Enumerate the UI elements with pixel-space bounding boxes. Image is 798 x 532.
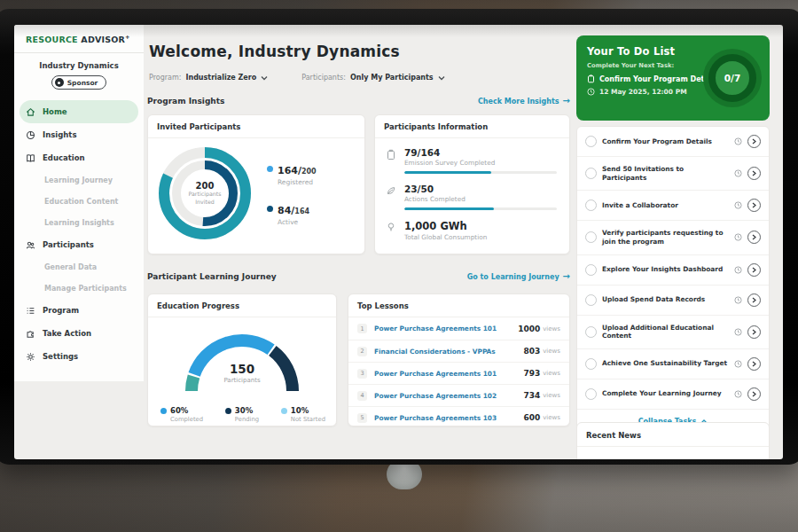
metric-value: 79/164 bbox=[404, 147, 557, 158]
donut-center-label: Invited bbox=[195, 199, 215, 206]
task-label: Invite a Collaborator bbox=[602, 201, 729, 210]
legend-pct: 10% bbox=[291, 406, 309, 415]
leaf-icon bbox=[386, 185, 396, 196]
sidebar-item-general-data[interactable]: General Data bbox=[14, 256, 144, 278]
sidebar-item-learning-journey[interactable]: Learning Journey bbox=[14, 169, 144, 191]
task-chevron-button[interactable] bbox=[747, 293, 761, 307]
task-checkbox[interactable] bbox=[585, 358, 597, 370]
todo-item[interactable]: Upload Additional Educational Content bbox=[577, 316, 769, 349]
sidebar-item-education-content[interactable]: Education Content bbox=[14, 191, 144, 212]
task-checkbox[interactable] bbox=[585, 294, 597, 306]
todo-item[interactable]: Complete Your Learning Journey bbox=[577, 379, 769, 410]
task-chevron-button[interactable] bbox=[747, 263, 761, 277]
legend-value: 164/ bbox=[278, 165, 301, 176]
gauge-legend-pending: 30% Pending bbox=[225, 406, 259, 423]
todo-item[interactable]: Verify participants requesting to join t… bbox=[577, 221, 769, 254]
task-checkbox[interactable] bbox=[585, 326, 597, 338]
todo-item[interactable]: Send 50 Invitations to Participants bbox=[577, 157, 769, 191]
lesson-link[interactable]: Power Purchase Agreements 103 bbox=[374, 414, 523, 422]
metric-value: 23/50 bbox=[404, 184, 557, 194]
sidebar-item-label: Education bbox=[43, 153, 85, 162]
lesson-rank: 5 bbox=[357, 413, 367, 423]
program-filter-dropdown[interactable]: Program: Industrialize Zero bbox=[149, 74, 268, 82]
todo-item[interactable]: Invite a Collaborator bbox=[577, 191, 769, 221]
task-chevron-button[interactable] bbox=[747, 199, 761, 212]
lesson-row[interactable]: 2 Financial Considerations - VPPAs 803 v… bbox=[348, 340, 569, 362]
todo-progress-ring: 0/7 bbox=[703, 49, 762, 107]
program-icon bbox=[26, 306, 35, 316]
task-clock-icon bbox=[734, 137, 742, 145]
logo-secondary: ADVISOR bbox=[81, 35, 125, 44]
task-chevron-button[interactable] bbox=[747, 387, 761, 401]
todo-item[interactable]: Achieve One Sustainability Target bbox=[577, 349, 769, 379]
legend-dot bbox=[281, 408, 287, 414]
learning-journey-title: Participant Learning Journey bbox=[147, 272, 277, 281]
todo-item[interactable]: Explore Your Insights Dashboard bbox=[577, 255, 769, 286]
sidebar-item-participants[interactable]: Participants bbox=[14, 233, 144, 256]
sidebar-item-settings[interactable]: Settings bbox=[14, 345, 144, 368]
lesson-row[interactable]: 5 Power Purchase Agreements 103 600 view… bbox=[348, 406, 569, 426]
lesson-views: 803 bbox=[523, 347, 540, 356]
legend-dot bbox=[267, 166, 273, 172]
global-consumption-row: 1,000 GWh Total Global Consumption bbox=[386, 220, 557, 241]
sidebar-item-education[interactable]: Education bbox=[14, 146, 144, 169]
metric-label: Emission Survey Completed bbox=[404, 159, 557, 167]
participants-filter-dropdown[interactable]: Participants: Only My Participants bbox=[301, 74, 444, 82]
participants-icon bbox=[26, 240, 35, 250]
emission-survey-row: 79/164 Emission Survey Completed bbox=[386, 147, 557, 174]
sidebar-item-take-action[interactable]: Take Action bbox=[14, 322, 144, 345]
go-to-learning-journey-link[interactable]: Go to Learning Journey → bbox=[467, 272, 570, 281]
lesson-rank: 3 bbox=[357, 369, 367, 379]
legend-pct: 60% bbox=[170, 406, 188, 415]
legend-label: Not Started bbox=[291, 416, 325, 423]
lesson-row[interactable]: 1 Power Purchase Agreements 101 1000 vie… bbox=[348, 317, 569, 340]
program-insights-title: Program Insights bbox=[147, 97, 224, 106]
sidebar-item-learning-insights[interactable]: Learning Insights bbox=[14, 212, 144, 233]
task-chevron-button[interactable] bbox=[747, 135, 761, 148]
sidebar-item-label: Learning Journey bbox=[44, 176, 113, 184]
task-checkbox[interactable] bbox=[585, 231, 597, 243]
legend-label: Registered bbox=[278, 178, 317, 186]
task-checkbox[interactable] bbox=[585, 200, 597, 211]
sidebar-item-label: Learning Insights bbox=[44, 219, 114, 227]
sidebar-item-manage-participants[interactable]: Manage Participants bbox=[14, 278, 144, 299]
legend-dot bbox=[267, 206, 273, 212]
legend-label: Pending bbox=[235, 416, 259, 423]
gauge-center-value: 150 bbox=[176, 362, 309, 376]
invited-participants-card: Invited Participants 200 Participants In… bbox=[147, 114, 365, 254]
education-gauge-chart: 150 Participants bbox=[176, 323, 309, 399]
todo-item[interactable]: Upload Spend Data Records bbox=[577, 286, 769, 316]
chevron-right-icon bbox=[752, 297, 756, 303]
lesson-row[interactable]: 4 Power Purchase Agreements 102 734 view… bbox=[348, 384, 569, 406]
lesson-link[interactable]: Power Purchase Agreements 101 bbox=[374, 370, 523, 378]
views-word: views bbox=[543, 392, 560, 399]
todo-item[interactable]: Confirm Your Program Details bbox=[577, 127, 769, 157]
task-checkbox[interactable] bbox=[585, 388, 597, 400]
lesson-link[interactable]: Financial Considerations - VPPAs bbox=[374, 348, 523, 356]
sponsor-badge[interactable]: Sponsor bbox=[51, 75, 107, 90]
lesson-link[interactable]: Power Purchase Agreements 101 bbox=[374, 325, 518, 332]
task-checkbox[interactable] bbox=[585, 168, 597, 179]
lesson-link[interactable]: Power Purchase Agreements 102 bbox=[374, 392, 523, 400]
sidebar-item-program[interactable]: Program bbox=[14, 299, 144, 322]
task-chevron-button[interactable] bbox=[747, 357, 761, 371]
task-label: Verify participants requesting to join t… bbox=[602, 229, 729, 246]
views-word: views bbox=[543, 370, 560, 377]
progress-track bbox=[404, 207, 557, 210]
sidebar-item-insights[interactable]: Insights bbox=[14, 123, 144, 146]
task-checkbox[interactable] bbox=[585, 264, 597, 276]
task-clock-icon bbox=[734, 360, 742, 368]
task-checkbox[interactable] bbox=[585, 136, 597, 147]
clipboard-icon bbox=[386, 149, 396, 160]
sidebar-item-label: Manage Participants bbox=[44, 285, 127, 293]
home-icon bbox=[26, 107, 35, 117]
task-clock-icon bbox=[734, 201, 742, 209]
sidebar-item-home[interactable]: Home bbox=[20, 100, 138, 123]
task-chevron-button[interactable] bbox=[747, 231, 761, 244]
lesson-row[interactable]: 3 Power Purchase Agreements 101 793 view… bbox=[348, 362, 569, 384]
task-chevron-button[interactable] bbox=[747, 167, 761, 180]
lightbulb-icon bbox=[386, 222, 396, 233]
check-more-insights-link[interactable]: Check More Insights → bbox=[478, 97, 570, 106]
task-chevron-button[interactable] bbox=[747, 325, 761, 339]
participants-information-card: Participants Information 79/164 Emission… bbox=[374, 114, 570, 254]
